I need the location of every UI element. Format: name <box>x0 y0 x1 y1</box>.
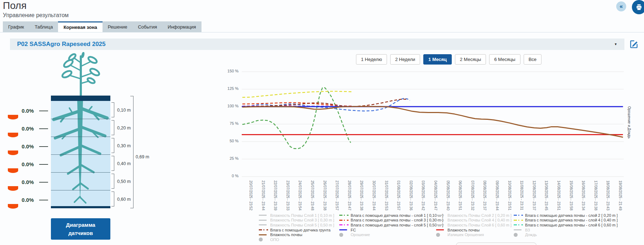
legend-item[interactable]: Влажность почвы <box>259 232 334 237</box>
layer-pointer-dash <box>39 200 48 200</box>
circle-swatch-icon <box>436 233 445 237</box>
x-axis-tick-label: 14/08/2025 - 23:51 <box>557 180 561 214</box>
legend-item[interactable]: Влага с помощью датчика почвы - слой 2 [… <box>514 213 618 218</box>
legend-item[interactable]: Влажность Почвы Слой 3 [ 0,30 m ] <box>259 218 334 223</box>
layer-pointer-dash <box>39 164 48 165</box>
legend-item[interactable]: Влага с помощью датчика почвы - слой 5 [… <box>339 223 443 228</box>
legend-item[interactable]: Влага с помощью датчика грунта <box>259 228 334 233</box>
x-axis-tick-label: 07/08/2025 - 23:32 <box>471 180 475 214</box>
x-axis-tick-label: 12/08/2025 - 23:37 <box>532 180 536 214</box>
layer-percent-value: 0.0% <box>15 108 34 114</box>
layer-depth-label: 0,20 m <box>117 126 131 131</box>
tab-5[interactable]: Информация <box>162 21 201 32</box>
dash-swatch-icon <box>514 214 523 216</box>
line-swatch-icon <box>259 220 268 221</box>
legend-item[interactable]: Влага с помощью датчика почвы - слой 6 [… <box>514 223 618 228</box>
legend-item[interactable]: Влажность Почвы Слой 1 [ 0,10 m ] <box>259 213 334 218</box>
legend-label: Излишек Орошения <box>447 233 484 237</box>
water-deficit-icon <box>8 186 18 191</box>
x-axis-tick-label: 20/07/2025 - 23:52 <box>249 180 253 214</box>
legend-item[interactable]: Влажность почвы <box>436 228 512 233</box>
double-chevron-left-icon: « <box>620 3 623 10</box>
print-button[interactable] <box>632 0 644 14</box>
line-swatch-icon <box>259 215 268 216</box>
layer-pointer-dash <box>39 128 48 129</box>
x-axis-tick-label: 18/08/2025 - 23:43 <box>606 180 610 214</box>
water-deficit-icon <box>8 168 18 173</box>
legend-item[interactable]: Влажность Почвы Слой 6 [ 0,60 m ] <box>436 223 512 228</box>
collapse-sidebar-button[interactable]: « <box>616 1 626 11</box>
legend-label: Влага с помощью датчика почвы - слой 4 [… <box>525 218 618 222</box>
series-line <box>242 88 351 149</box>
soil-bottom-bar <box>51 206 110 208</box>
edit-field-button[interactable] <box>629 39 639 49</box>
layer-percent-value: 0.0% <box>15 197 34 203</box>
legend-item[interactable]: FC <box>339 228 443 233</box>
layer-pointer-dash <box>39 111 48 111</box>
legend-item[interactable]: Влага с помощью датчика почвы - слой 3 [… <box>339 218 443 223</box>
range-button-0[interactable]: 1 Неделю <box>356 54 387 65</box>
page-title: Поля <box>3 0 27 11</box>
right-axis-label: Орошение и Дождь <box>627 106 631 138</box>
tab-0[interactable]: График <box>3 21 29 32</box>
legend-item[interactable]: ВЗ <box>514 228 618 233</box>
chart-tooltip-partial <box>456 243 536 245</box>
range-button-2[interactable]: 1 Месяц <box>423 54 452 65</box>
x-axis-tick-label: 26/07/2025 - 23:38 <box>323 180 327 214</box>
layer-depth-bracket <box>111 138 114 153</box>
page-subtitle: Управление результатом <box>3 12 69 19</box>
legend-item[interactable]: Орошение <box>339 232 443 237</box>
legend-item[interactable]: Влажность Почвы Слой 2 [ 0,20 m ] <box>436 213 512 218</box>
legend-item[interactable]: Излишек Орошения <box>436 232 512 237</box>
legend-label: Влага с помощью датчика почвы - слой 5 [… <box>351 223 443 227</box>
legend-label: Влага с помощью датчика почвы - слой 6 [… <box>525 223 618 227</box>
x-axis-tick-label: 03/08/2025 - 23:42 <box>421 180 425 214</box>
legend-item[interactable]: Дождь <box>514 232 618 237</box>
field-selector-value: P02 SASSAgro Rapeseed 2025 <box>17 41 106 48</box>
tab-2[interactable]: Корневая зона <box>58 21 102 32</box>
legend-label: Влага с помощью датчика грунта <box>270 228 330 232</box>
line-swatch-icon <box>436 215 445 216</box>
tab-3[interactable]: Решение <box>103 21 133 32</box>
layer-depth-label: 0,10 m <box>117 108 131 113</box>
range-button-1[interactable]: 2 Недели <box>390 54 420 65</box>
range-button-4[interactable]: 6 Месяцы <box>489 54 520 65</box>
legend-item[interactable]: Влага с помощью датчика почвы - слой 4 [… <box>514 218 618 223</box>
sensor-diagram-button[interactable]: Диаграмма датчиков <box>51 218 110 240</box>
soil-layer-divider <box>51 172 110 173</box>
x-axis-tick-label: 23/07/2025 - 23:33 <box>286 180 290 214</box>
x-axis-tick-label: 06/08/2025 - 23:51 <box>458 180 462 214</box>
field-selector-dropdown[interactable]: P02 SASSAgro Rapeseed 2025 ▼ <box>10 39 624 50</box>
series-line <box>242 99 407 107</box>
line-swatch-icon <box>436 220 445 221</box>
layer-depth-bracket <box>111 192 114 206</box>
moisture-chart <box>224 70 628 181</box>
legend-item[interactable]: Влажность Почвы Слой 4 [ 0,40 m ] <box>436 218 512 223</box>
tab-1[interactable]: Таблица <box>29 21 58 32</box>
chevron-down-icon: ▼ <box>614 42 617 46</box>
legend-item[interactable]: Влажность Почвы Слой 5 [ 0,50 m ] <box>259 223 334 228</box>
x-axis-tick-label: 04/08/2025 - 23:47 <box>434 180 438 214</box>
x-axis-tick-label: 30/07/2025 - 23:44 <box>372 180 376 214</box>
dash-swatch-icon <box>339 224 349 226</box>
layer-percent-value: 0.0% <box>15 161 34 167</box>
range-button-5[interactable]: Все <box>524 54 541 65</box>
legend-item[interactable]: Влага с помощью датчика почвы - слой 1 [… <box>339 213 443 218</box>
legend-label: Влажность почвы <box>270 233 302 237</box>
legend-label: Влажность Почвы Слой 6 [ 0,60 m ] <box>447 223 512 227</box>
line-swatch-icon <box>436 229 445 230</box>
tab-4[interactable]: События <box>132 21 162 32</box>
legend-label: Влажность Почвы Слой 1 [ 0,10 m ] <box>270 213 334 218</box>
x-axis-tick-label: 02/08/2025 - 23:36 <box>409 180 413 214</box>
series-line <box>242 91 352 97</box>
range-button-3[interactable]: 2 Месяцы <box>455 54 486 65</box>
legend-column: Влага с помощью датчика почвы - слой 2 [… <box>514 213 618 237</box>
ground-surface-bar <box>51 96 110 101</box>
x-axis-tick-label: 17/08/2025 - 23:38 <box>594 180 598 214</box>
legend-label: Влажность Почвы Слой 5 [ 0,50 m ] <box>270 223 334 227</box>
layer-percent-value: 0.0% <box>15 179 34 185</box>
layer-depth-label: 0,60 m <box>117 197 131 202</box>
legend-item[interactable]: ОПО <box>259 237 334 242</box>
legend-label: FC <box>351 228 356 232</box>
circle-swatch-icon <box>259 238 268 241</box>
